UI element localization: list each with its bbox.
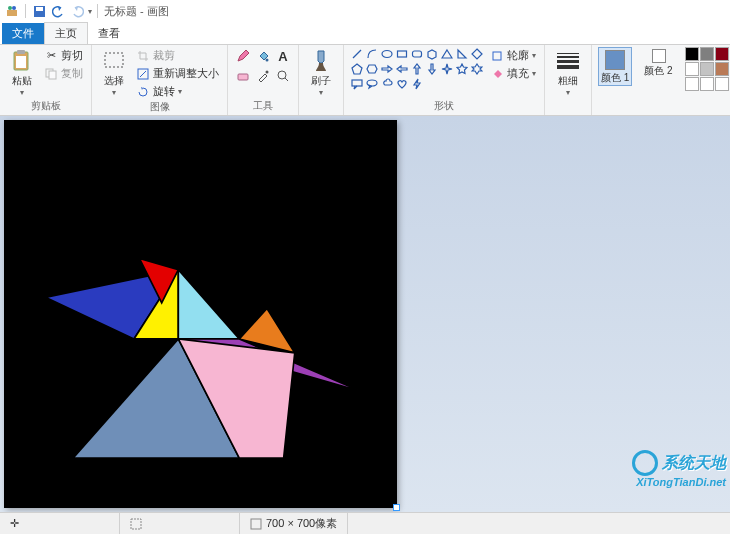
- painting-canvas[interactable]: [4, 120, 397, 508]
- svg-point-12: [266, 59, 269, 62]
- shape-arrow-u[interactable]: [410, 62, 424, 76]
- eraser-tool-icon[interactable]: [234, 67, 252, 85]
- select-icon: [102, 49, 126, 73]
- shape-fill-button[interactable]: 填充▾: [488, 65, 538, 82]
- color-swatch[interactable]: [685, 77, 699, 91]
- group-colors: 颜色 1 颜色 2 编辑颜色 使用画图 3D 进行编辑 i 产品提醒 颜色: [592, 45, 730, 115]
- shape-callout-oval[interactable]: [365, 77, 379, 91]
- shape-roundrect[interactable]: [410, 47, 424, 61]
- save-icon[interactable]: [31, 3, 47, 19]
- rotate-button[interactable]: 旋转▾: [134, 83, 221, 100]
- shape-line[interactable]: [350, 47, 364, 61]
- status-bar: ✛ 700 × 700像素: [0, 512, 730, 534]
- zoom-tool-icon[interactable]: [274, 67, 292, 85]
- svg-point-20: [367, 80, 377, 86]
- paste-button[interactable]: 粘贴 ▾: [6, 47, 38, 99]
- svg-rect-4: [36, 7, 43, 11]
- stroke-button[interactable]: 粗细 ▾: [551, 47, 585, 99]
- text-tool-icon[interactable]: A: [274, 47, 292, 65]
- color-swatch[interactable]: [700, 62, 714, 76]
- copy-button[interactable]: 复制: [42, 65, 85, 82]
- shape-callout-rect[interactable]: [350, 77, 364, 91]
- shape-star6[interactable]: [470, 62, 484, 76]
- svg-rect-39: [131, 519, 141, 529]
- shape-callout-cloud[interactable]: [380, 77, 394, 91]
- cut-button[interactable]: ✂剪切: [42, 47, 85, 64]
- shape-arrow-d[interactable]: [425, 62, 439, 76]
- svg-rect-40: [251, 519, 261, 529]
- shape-oval[interactable]: [380, 47, 394, 61]
- brush-button[interactable]: 刷子 ▾: [305, 47, 337, 99]
- shape-star5[interactable]: [455, 62, 469, 76]
- crosshair-icon: ✛: [10, 517, 19, 530]
- quick-access-toolbar: ▾: [4, 3, 100, 19]
- color-swatch[interactable]: [700, 47, 714, 61]
- shape-pentagon[interactable]: [350, 62, 364, 76]
- ribbon: 粘贴 ▾ ✂剪切 复制 剪贴板 选择 ▾ 裁剪 重新调整大小 旋转▾ 图像: [0, 44, 730, 116]
- shape-arrow-r[interactable]: [380, 62, 394, 76]
- svg-point-1: [8, 6, 12, 10]
- tab-view[interactable]: 查看: [88, 23, 130, 44]
- shape-hexagon[interactable]: [365, 62, 379, 76]
- shape-triangle[interactable]: [440, 47, 454, 61]
- window-title: 无标题 - 画图: [104, 4, 169, 19]
- pencil-tool-icon[interactable]: [234, 47, 252, 65]
- shape-rect[interactable]: [395, 47, 409, 61]
- crop-icon: [136, 49, 150, 63]
- color-swatch[interactable]: [685, 47, 699, 61]
- crop-button[interactable]: 裁剪: [134, 47, 221, 64]
- svg-rect-6: [17, 50, 25, 54]
- color-swatch[interactable]: [715, 47, 729, 61]
- color-swatch[interactable]: [715, 62, 729, 76]
- status-sel: [120, 513, 240, 534]
- group-shapes: 轮廓▾ 填充▾ 形状: [344, 45, 545, 115]
- canvas-area[interactable]: 系统天地 XiTongTianDi.net: [0, 116, 730, 512]
- undo-icon[interactable]: [50, 3, 66, 19]
- svg-rect-19: [352, 80, 362, 86]
- svg-rect-13: [238, 74, 248, 80]
- shape-arrow-l[interactable]: [395, 62, 409, 76]
- color-swatch[interactable]: [700, 77, 714, 91]
- color2-button[interactable]: 颜色 2: [640, 47, 676, 78]
- color-swatch[interactable]: [685, 62, 699, 76]
- fill-tool-icon[interactable]: [254, 47, 272, 65]
- tab-home[interactable]: 主页: [44, 22, 88, 44]
- fill-icon: [490, 67, 504, 81]
- tab-file[interactable]: 文件: [2, 23, 44, 44]
- group-clipboard: 粘贴 ▾ ✂剪切 复制 剪贴板: [0, 45, 92, 115]
- qat-dropdown-icon[interactable]: ▾: [88, 7, 92, 16]
- resize-button[interactable]: 重新调整大小: [134, 65, 221, 82]
- svg-rect-17: [398, 51, 407, 57]
- shape-heart[interactable]: [395, 77, 409, 91]
- shape-right-triangle[interactable]: [455, 47, 469, 61]
- color-swatch[interactable]: [715, 77, 729, 91]
- scissors-icon: ✂: [44, 49, 58, 63]
- ribbon-tabs: 文件 主页 查看: [0, 22, 730, 44]
- svg-point-16: [382, 51, 392, 58]
- group-image: 选择 ▾ 裁剪 重新调整大小 旋转▾ 图像: [92, 45, 228, 115]
- shapes-gallery[interactable]: [350, 47, 484, 91]
- shape-diamond[interactable]: [470, 47, 484, 61]
- redo-icon[interactable]: [69, 3, 85, 19]
- status-dims: 700 × 700像素: [240, 513, 348, 534]
- shape-curve[interactable]: [365, 47, 379, 61]
- shape-lightning[interactable]: [410, 77, 424, 91]
- color-palette[interactable]: [685, 47, 730, 91]
- svg-rect-7: [16, 56, 26, 68]
- select-button[interactable]: 选择 ▾: [98, 47, 130, 99]
- color2-swatch: [652, 49, 666, 63]
- color1-button[interactable]: 颜色 1: [598, 47, 632, 86]
- shape-outline-button[interactable]: 轮廓▾: [488, 47, 538, 64]
- shape-polygon[interactable]: [425, 47, 439, 61]
- rotate-icon: [136, 85, 150, 99]
- group-brushes: 刷子 ▾: [299, 45, 344, 115]
- shape-star4[interactable]: [440, 62, 454, 76]
- copy-icon: [44, 67, 58, 81]
- svg-point-14: [266, 71, 269, 74]
- app-icon: [4, 3, 20, 19]
- svg-rect-21: [493, 52, 501, 60]
- outline-icon: [490, 49, 504, 63]
- status-pos: ✛: [0, 513, 120, 534]
- svg-point-2: [12, 6, 16, 10]
- picker-tool-icon[interactable]: [254, 67, 272, 85]
